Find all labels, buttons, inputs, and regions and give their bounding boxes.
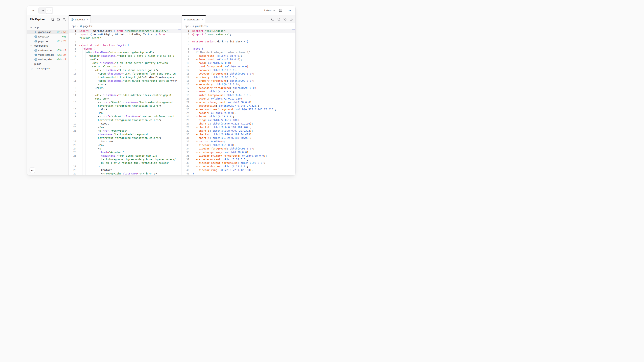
code-line[interactable]: 25--input: oklch(0.18 0 0); xyxy=(182,115,296,118)
code-line[interactable]: 3 xyxy=(69,40,182,43)
code-line[interactable]: 12--popover: oklch(0.12 0 0); xyxy=(182,68,296,72)
code-line[interactable]: 40--sidebar-ring: oklch(0.72 0.12 180); xyxy=(182,168,296,172)
code-line[interactable]: 9--foreground: oklch(0.98 0 0); xyxy=(182,58,296,61)
code-text: @custom-variant dark (&:is(.dark *)); xyxy=(189,40,250,43)
tree-file-video-card.tsx[interactable]: video-card.tsx+76 / -27 xyxy=(27,52,68,57)
code-line[interactable]: 6:root { xyxy=(182,47,296,50)
more-options-button[interactable]: ⋯ xyxy=(286,7,292,13)
file-diff-icon xyxy=(277,18,280,21)
code-line[interactable]: 21--accent-foreground: oklch(0.08 0 0); xyxy=(182,100,296,104)
close-tab-icon[interactable]: × xyxy=(86,18,88,21)
code-line[interactable]: 20--accent: oklch(0.72 0.12 180); xyxy=(182,97,296,100)
code-line[interactable]: 4export default function Page() { xyxy=(69,43,182,47)
breadcrumb-root[interactable]: app xyxy=(72,25,76,27)
react-icon xyxy=(80,25,82,27)
line-number: 10 xyxy=(182,61,189,65)
code-line[interactable]: 16--secondary: oklch(0.18 0 0); xyxy=(182,83,296,86)
code-line[interactable]: 7/* New dark elegant color scheme */ xyxy=(182,50,296,54)
search-button[interactable] xyxy=(62,17,66,21)
tree-item-label: layout.tsx xyxy=(38,35,49,38)
code-line[interactable]: 26--ring: oklch(0.72 0.12 180); xyxy=(182,118,296,122)
code-line[interactable]: 28--chart-2: oklch(0.6 0.118 184.704); xyxy=(182,125,296,129)
code-line[interactable]: 15--primary-foreground: oklch(0.08 0 0); xyxy=(182,79,296,83)
code-toggle-button[interactable] xyxy=(46,7,52,14)
tab-globals-css[interactable]: # globals.css × xyxy=(182,15,206,23)
code-line[interactable]: 38--sidebar-accent-foreground: oklch(0.9… xyxy=(182,161,296,165)
tree-file-page.tsx[interactable]: page.tsx+81 / -28 xyxy=(27,39,68,43)
code-text: --sidebar-ring: oklch(0.72 0.12 180); xyxy=(189,168,253,172)
code-line[interactable]: 37--sidebar-accent: oklch(0.18 0 0); xyxy=(182,158,296,161)
code-editor-globals-css[interactable]: 1@import "tailwindcss";2@import "tw-anim… xyxy=(182,29,296,175)
tree-folder-app[interactable]: ›app xyxy=(27,25,68,30)
code-text: span> xyxy=(76,83,106,86)
tree-file-package.json[interactable]: {}package.json xyxy=(27,66,68,71)
code-line[interactable]: 41} xyxy=(182,172,296,175)
collapse-sidebar-button[interactable]: ⇤ xyxy=(30,167,35,173)
preview-toggle-button[interactable] xyxy=(39,7,46,14)
code-line[interactable]: 31--chart-5: oklch(0.769 0.188 70.08); xyxy=(182,136,296,140)
code-text: </a> xyxy=(76,125,104,129)
line-number: 20 xyxy=(182,97,189,100)
code-line[interactable]: 3 xyxy=(182,36,296,40)
hash-icon: # xyxy=(184,18,186,21)
code-line[interactable]: 1import { WorksGallery } from "@/compone… xyxy=(69,29,182,33)
search-icon xyxy=(63,18,66,21)
code-line[interactable]: 19--muted-foreground: oklch(0.65 0 0); xyxy=(182,93,296,97)
breadcrumb-root[interactable]: app xyxy=(185,25,189,27)
tree-file-layout.tsx[interactable]: layout.tsx+51 xyxy=(27,34,68,39)
code-line[interactable]: 2import { ArrowUpRight, Github, Linkedin… xyxy=(69,33,182,36)
code-line[interactable]: 13--popover-foreground: oklch(0.98 0 0); xyxy=(182,72,296,75)
react-icon xyxy=(34,58,37,61)
tree-item-label: page.tsx xyxy=(38,40,48,43)
panel-bottom-button[interactable] xyxy=(278,7,284,13)
code-line[interactable]: 5 xyxy=(182,43,296,47)
code-line[interactable]: 8--background: oklch(0.08 0 0); xyxy=(182,54,296,58)
code-line[interactable]: 17--secondary-foreground: oklch(0.98 0 0… xyxy=(182,86,296,90)
code-line[interactable]: 24--border: oklch(0.25 0 0); xyxy=(182,111,296,115)
react-icon xyxy=(34,49,37,52)
tree-folder-components[interactable]: ›components xyxy=(27,43,68,48)
code-line[interactable]: 27--chart-1: oklch(0.646 0.222 41.116); xyxy=(182,122,296,125)
code-line[interactable]: 33--sidebar: oklch(0.1 0 0); xyxy=(182,143,296,147)
tree-folder-public[interactable]: ›public xyxy=(27,62,68,66)
code-text: hover:text-foreground transition-colors"… xyxy=(76,118,162,122)
code-editor-page-tsx[interactable]: 1import { WorksGallery } from "@/compone… xyxy=(69,29,182,175)
code-line[interactable]: 35--sidebar-primary: oklch(0.98 0 0); xyxy=(182,150,296,154)
code-line[interactable]: 11--card-foreground: oklch(0.98 0 0); xyxy=(182,65,296,68)
split-editor-button[interactable] xyxy=(270,17,275,21)
new-file-button[interactable] xyxy=(50,17,54,21)
file-diff-button[interactable] xyxy=(276,17,281,21)
version-selector[interactable]: Latest xyxy=(264,9,275,12)
copy-button[interactable] xyxy=(282,17,287,21)
code-line[interactable]: 10--card: oklch(0.12 0 0); xyxy=(182,61,296,65)
code-line[interactable]: 32--radius: 0.625rem; xyxy=(182,140,296,143)
code-line[interactable]: 2@import "tw-animate-css"; xyxy=(182,33,296,36)
close-tab-icon[interactable]: × xyxy=(201,18,204,21)
line-number: 25 xyxy=(69,150,76,154)
code-line[interactable]: "lucide-react" xyxy=(69,36,182,40)
tree-file-globals.css[interactable]: #globals.css+51 / -50 xyxy=(27,30,68,34)
code-text: --sidebar-foreground: oklch(0.98 0 0); xyxy=(189,147,254,150)
tree-file-works-galler[interactable]: works-galler…+24 / -13 xyxy=(27,57,68,62)
code-line[interactable]: 4@custom-variant dark (&:is(.dark *)); xyxy=(182,40,296,43)
line-number: 37 xyxy=(182,158,189,161)
code-line[interactable]: 36--sidebar-primary-foreground: oklch(0.… xyxy=(182,154,296,158)
collapse-panel-button[interactable]: « xyxy=(30,7,36,13)
code-line[interactable]: 22--destructive: oklch(0.577 0.245 27.32… xyxy=(182,104,296,108)
file-explorer-header: File Explorer xyxy=(27,15,68,23)
code-text: text-sm"> xyxy=(76,97,109,100)
scrollbar-thumb[interactable] xyxy=(178,29,181,30)
code-line[interactable]: 23--destructive-foreground: oklch(0.577 … xyxy=(182,108,296,111)
new-folder-button[interactable] xyxy=(56,17,60,21)
code-line[interactable]: 29--chart-3: oklch(0.398 0.07 227.392); xyxy=(182,129,296,133)
code-line[interactable]: 18--muted: oklch(0.25 0 0); xyxy=(182,90,296,93)
code-line[interactable]: 14--primary: oklch(0.98 0 0); xyxy=(182,75,296,79)
code-line[interactable]: 1@import "tailwindcss"; xyxy=(182,29,296,33)
download-button[interactable] xyxy=(289,17,294,21)
scrollbar-thumb[interactable] xyxy=(292,29,295,30)
code-line[interactable]: 39--sidebar-border: oklch(0.25 0 0); xyxy=(182,165,296,168)
tree-file-custom-curs[interactable]: custom-curs…+33 / -12 xyxy=(27,48,68,52)
code-line[interactable]: 30--chart-4: oklch(0.828 0.189 84.429); xyxy=(182,133,296,136)
tab-page-tsx[interactable]: page.tsx × xyxy=(69,15,91,23)
code-line[interactable]: 34--sidebar-foreground: oklch(0.98 0 0); xyxy=(182,147,296,150)
